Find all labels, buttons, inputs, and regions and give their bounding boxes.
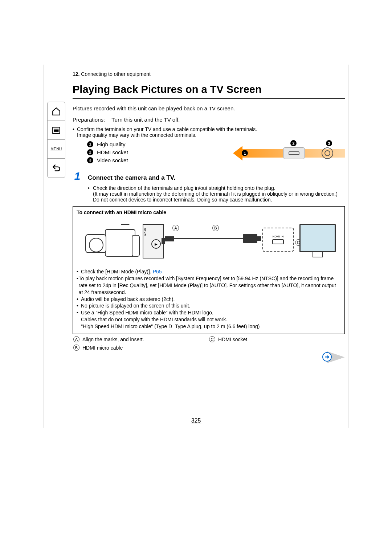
sidebar-back[interactable] bbox=[48, 159, 65, 178]
hdmi-side-label: HDMI bbox=[144, 228, 147, 236]
legend-A-text: Align the marks, and insert. bbox=[82, 337, 144, 342]
quality-label-2: HDMI socket bbox=[97, 149, 128, 155]
hdmi-socket-shape bbox=[283, 147, 305, 159]
tv-illustration bbox=[299, 224, 336, 252]
prep-label: Preparations: bbox=[73, 117, 105, 123]
note-3: Audio will be played back as stereo (2ch… bbox=[81, 296, 175, 303]
video-socket-shape bbox=[322, 147, 333, 159]
step-number: 1 bbox=[73, 170, 82, 182]
note-7: "High Speed HDMI micro cable" (Type D–Ty… bbox=[81, 323, 260, 330]
continue-marker[interactable]: ➜ bbox=[316, 349, 345, 363]
list-icon bbox=[52, 126, 61, 135]
step-body: •Check the direction of the terminals an… bbox=[88, 185, 345, 203]
quality-num-2: 2 bbox=[87, 149, 93, 155]
sidebar-contents[interactable] bbox=[48, 121, 65, 140]
cable-plug-tv bbox=[243, 234, 257, 243]
diagram-label-B: B bbox=[212, 225, 219, 231]
camera-illustration bbox=[85, 224, 140, 258]
note-2: To play back motion pictures recorded wi… bbox=[79, 275, 341, 296]
step-row: 1 Connect the camera and a TV. bbox=[73, 170, 345, 182]
quality-row: 1High quality 2HDMI socket 3Video socket… bbox=[87, 140, 345, 166]
tv-port-panel: HDMI IN bbox=[262, 228, 294, 252]
step-bullet-1: Check the direction of the terminals and… bbox=[93, 185, 275, 191]
diagram-badge-2: 2 bbox=[290, 140, 297, 146]
link-p65[interactable]: P65 bbox=[153, 269, 162, 274]
diagram-label-A: A bbox=[172, 225, 179, 231]
connect-box: To connect with an HDMI micro cable HDMI… bbox=[73, 206, 345, 334]
connect-box-title: To connect with an HDMI micro cable bbox=[77, 209, 341, 215]
breadcrumb-title: Connecting to other equipment bbox=[81, 71, 150, 77]
sidebar-menu[interactable]: MENU bbox=[48, 140, 65, 159]
note-5: Use a "High Speed HDMI micro cable" with… bbox=[81, 309, 213, 316]
page-content: 12. Connecting to other equipment Playin… bbox=[73, 71, 345, 351]
quality-num-1: 1 bbox=[87, 141, 93, 147]
quality-list: 1High quality 2HDMI socket 3Video socket bbox=[87, 140, 128, 164]
connect-notes: •Check the [HDMI Mode (Play)]. P65 •To p… bbox=[77, 268, 341, 330]
legend-B-text: HDMI micro cable bbox=[82, 345, 123, 351]
continue-arrow-icon: ➜ bbox=[322, 352, 332, 362]
confirm-line-1: Confirm the terminals on your TV and use… bbox=[77, 126, 257, 132]
step-title: Connect the camera and a TV. bbox=[88, 174, 175, 182]
quality-diagram: 1 2 3 bbox=[240, 140, 345, 166]
quality-arrow-head bbox=[233, 146, 242, 160]
sidebar-nav: MENU bbox=[47, 102, 65, 178]
cable-plug-camera bbox=[165, 236, 174, 241]
camera-port-panel: HDMI bbox=[143, 224, 164, 258]
legend-B-mark: B bbox=[73, 345, 79, 351]
step-bullet-3: Do not connect devices to incorrect term… bbox=[93, 197, 272, 203]
quality-label-3: Video socket bbox=[97, 157, 128, 163]
preparations-row: Preparations: Turn this unit and the TV … bbox=[73, 117, 345, 123]
note-6: Cables that do not comply with the HDMI … bbox=[81, 316, 227, 323]
breadcrumb: 12. Connecting to other equipment bbox=[73, 71, 345, 77]
connection-diagram: HDMI A B HDMI IN C bbox=[82, 217, 336, 265]
quality-num-3: 3 bbox=[87, 157, 93, 163]
legend-C-text: HDMI socket bbox=[218, 337, 247, 342]
back-icon bbox=[52, 163, 61, 173]
confirm-line-2: Image quality may vary with the connecte… bbox=[77, 132, 196, 138]
hdmi-in-label: HDMI IN bbox=[273, 235, 284, 238]
cable-line bbox=[174, 238, 243, 239]
diagram-badge-3: 3 bbox=[326, 140, 332, 146]
note-1: Check the [HDMI Mode (Play)]. P65 bbox=[81, 268, 162, 275]
legend-A-mark: A bbox=[73, 336, 79, 342]
confirm-block: •Confirm the terminals on your TV and us… bbox=[73, 126, 345, 138]
sidebar-menu-label: MENU bbox=[50, 147, 62, 151]
sidebar-home[interactable] bbox=[48, 102, 65, 121]
quality-label-1: High quality bbox=[97, 141, 125, 147]
intro-text: Pictures recorded with this unit can be … bbox=[73, 105, 345, 111]
legend-C-mark: C bbox=[209, 336, 215, 342]
page-title: Playing Back Pictures on a TV Screen bbox=[73, 83, 345, 99]
home-icon bbox=[52, 107, 61, 116]
legend: AAlign the marks, and insert. CHDMI sock… bbox=[73, 336, 345, 351]
tv-stand bbox=[313, 252, 323, 257]
step-bullet-2: (It may result in malfunction by the def… bbox=[93, 191, 338, 197]
breadcrumb-chapter: 12. bbox=[73, 71, 79, 77]
diagram-badge-1: 1 bbox=[242, 150, 248, 156]
note-4: No picture is displayed on the screen of… bbox=[81, 302, 190, 309]
prep-text: Turn this unit and the TV off. bbox=[111, 117, 180, 123]
page-number: 325 bbox=[0, 417, 392, 424]
